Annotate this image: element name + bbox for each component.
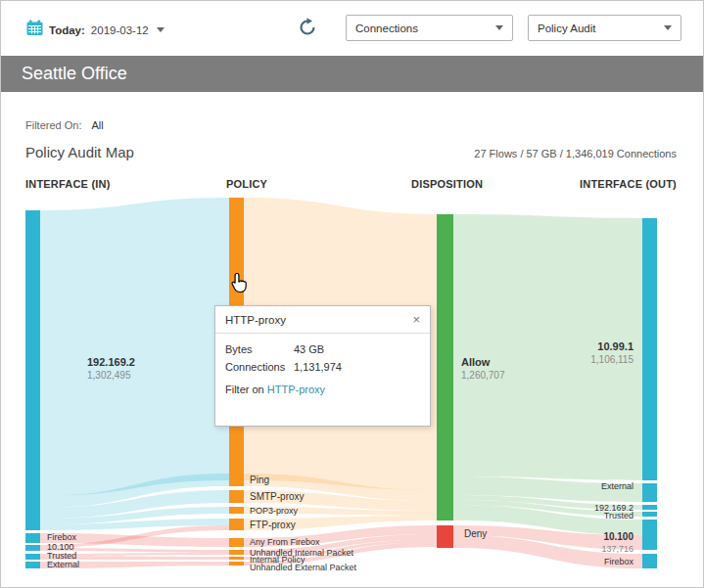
sankey-link-in-trusted-p-uip[interactable]	[40, 553, 229, 556]
filter-on-policy-link[interactable]: HTTP-proxy	[267, 384, 325, 395]
sankey-node-p-pop3[interactable]	[229, 507, 244, 514]
policy-audit-page: Today: 2019-03-12 Connections Policy Aud…	[0, 0, 704, 588]
sankey-node-p-anyff[interactable]	[229, 538, 244, 547]
sankey-link-in-192-p-http[interactable]	[40, 198, 229, 496]
sankey-node-p-smtp[interactable]	[229, 490, 244, 503]
sankey-node-p-ftp[interactable]	[229, 519, 244, 530]
tooltip-body: Bytes 43 GB Connections 1,131,974 Filter…	[215, 334, 430, 405]
sankey-link-d-allow-o-1099[interactable]	[453, 214, 642, 480]
tooltip-connections-row: Connections 1,131,974	[225, 361, 420, 373]
sankey-node-p-uip[interactable]	[229, 550, 244, 555]
tooltip-header: HTTP-proxy ×	[215, 306, 430, 334]
sankey-node-in-192[interactable]	[25, 210, 40, 530]
sankey-link-in-external-p-uep[interactable]	[40, 562, 229, 568]
sankey-link-in-10100-p-uip[interactable]	[40, 548, 229, 553]
sankey-node-in-trusted[interactable]	[25, 554, 40, 560]
sankey-node-o-ext[interactable]	[642, 483, 657, 502]
close-icon[interactable]: ×	[412, 313, 420, 326]
sankey-node-in-10100[interactable]	[25, 545, 40, 551]
bytes-label: Bytes	[225, 343, 294, 355]
sankey-node-p-ping[interactable]	[229, 474, 244, 486]
sankey-node-p-ipol[interactable]	[229, 557, 244, 560]
connections-label: Connections	[225, 361, 294, 373]
sankey-node-in-external[interactable]	[25, 562, 40, 568]
sankey-node-d-allow[interactable]	[437, 214, 453, 520]
sankey-link-in-trusted-p-ipol[interactable]	[40, 556, 229, 560]
sankey-node-o-192[interactable]	[642, 505, 657, 510]
sankey-node-o-1099[interactable]	[642, 218, 657, 480]
connections-value: 1,131,974	[294, 361, 342, 373]
cursor-hand-icon	[230, 272, 248, 297]
sankey-node-o-10100[interactable]	[642, 520, 657, 550]
tooltip-title: HTTP-proxy	[225, 314, 286, 326]
tooltip-filter-row: Filter on HTTP-proxy	[225, 384, 420, 395]
policy-tooltip: HTTP-proxy × Bytes 43 GB Connections 1,1…	[214, 305, 431, 427]
sankey-node-p-uep[interactable]	[229, 562, 244, 565]
tooltip-bytes-row: Bytes 43 GB	[225, 343, 420, 355]
sankey-node-o-firebox[interactable]	[642, 554, 657, 568]
filter-prefix: Filter on	[225, 384, 264, 395]
sankey-diagram	[1, 1, 704, 588]
sankey-node-o-trusted[interactable]	[642, 512, 657, 517]
sankey-node-in-firebox[interactable]	[25, 533, 40, 543]
bytes-value: 43 GB	[294, 343, 324, 355]
sankey-node-d-deny[interactable]	[437, 525, 453, 548]
